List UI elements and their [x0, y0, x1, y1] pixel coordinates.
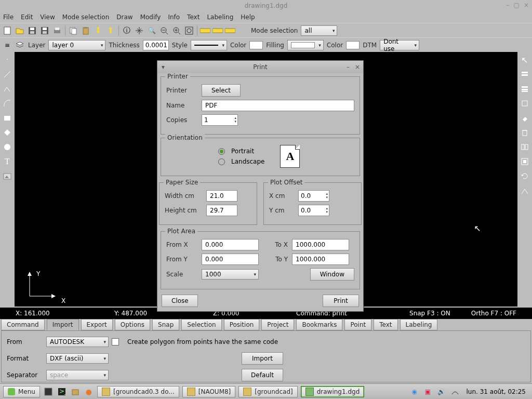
menu-draw[interactable]: Draw [116, 14, 132, 21]
save-icon[interactable] [27, 25, 37, 36]
layer-combo[interactable]: layer 0 [48, 40, 105, 50]
arc-tool-icon[interactable] [2, 98, 13, 109]
fromy-input[interactable]: 0.000 [202, 254, 259, 265]
tab-bookmarks[interactable]: Bookmarks [296, 319, 342, 330]
width-input[interactable]: 21.0 [206, 190, 237, 202]
tab-snap[interactable]: Snap [152, 319, 179, 330]
print-button[interactable]: Print [323, 295, 359, 307]
zoom-extents-icon[interactable] [184, 25, 194, 36]
text-tool-icon[interactable]: T [2, 156, 13, 167]
print-icon[interactable] [52, 25, 62, 36]
polygon-tool-icon[interactable] [2, 127, 13, 138]
tab-point[interactable]: Point [344, 319, 371, 330]
rotate-tool-icon[interactable] [519, 98, 530, 109]
close-button[interactable]: Close [162, 295, 198, 307]
copies-spinner[interactable]: 1 [202, 114, 238, 126]
dtm-combo[interactable]: Dont use [380, 40, 419, 50]
menu-help[interactable]: Help [241, 14, 255, 21]
thickness-input[interactable]: 0.0001 [143, 40, 169, 50]
select-printer-button[interactable]: Select [202, 84, 241, 97]
tab-options[interactable]: Options [115, 319, 150, 330]
pan-icon[interactable] [134, 25, 144, 36]
dialog-minimize-icon[interactable]: – [347, 63, 350, 71]
dialog-titlebar[interactable]: ▾ Print – × [157, 61, 363, 73]
mode-selection-combo[interactable]: all [301, 25, 337, 36]
window-close-icon[interactable]: × [524, 2, 529, 9]
menu-file[interactable]: File [3, 14, 14, 21]
style-combo[interactable] [191, 40, 227, 50]
paste-icon[interactable] [81, 25, 91, 36]
list-icon[interactable]: ≡ [2, 40, 12, 50]
zoom-out-icon[interactable] [159, 25, 169, 36]
new-file-icon[interactable] [2, 25, 12, 36]
tab-labeling[interactable]: Labeling [400, 319, 438, 330]
menu-view[interactable]: View [40, 14, 55, 21]
toy-input[interactable]: 1000.000 [292, 254, 349, 265]
ruler3-icon[interactable] [225, 25, 235, 36]
rectangle-tool-icon[interactable] [2, 112, 13, 124]
dialog-close-icon[interactable]: × [355, 63, 360, 71]
open-icon[interactable] [15, 25, 25, 36]
mirror-tool-icon[interactable] [519, 141, 530, 153]
files-icon[interactable] [70, 387, 81, 397]
start-menu-button[interactable]: Menu [3, 386, 40, 397]
break-tool-icon[interactable] [519, 185, 530, 196]
height-input[interactable]: 29.7 [206, 205, 237, 216]
color-swatch[interactable] [249, 41, 263, 49]
landscape-radio[interactable] [218, 158, 225, 165]
zoom-icon[interactable]: 🔍 [147, 25, 157, 36]
taskbar-item-0[interactable]: [groundcad0.3 do... [97, 386, 179, 397]
tab-selection[interactable]: Selection [181, 319, 221, 330]
point-tool-icon[interactable]: · [2, 54, 13, 65]
image-tool-icon[interactable] [2, 170, 13, 182]
refresh-icon[interactable] [519, 170, 530, 182]
scale-tool-icon[interactable] [519, 156, 530, 167]
select-tool-icon[interactable]: ↖ [519, 54, 530, 65]
menu-info[interactable]: Info [168, 14, 180, 21]
zoom-in-icon[interactable] [171, 25, 182, 36]
menu-mode-selection[interactable]: Mode selection [62, 14, 109, 21]
create-polygon-checkbox[interactable] [112, 338, 119, 345]
tab-export[interactable]: Export [81, 319, 113, 330]
tox-input[interactable]: 1000.000 [292, 239, 349, 250]
menu-modify[interactable]: Modify [140, 14, 161, 21]
ruler2-icon[interactable] [212, 25, 223, 36]
menu-text[interactable]: Text [187, 14, 200, 21]
separator-combo[interactable]: space [46, 370, 109, 380]
menu-labeling[interactable]: Labeling [207, 14, 233, 21]
window-maximize-icon[interactable]: ▢ [514, 2, 520, 9]
line-tool-icon[interactable] [2, 69, 13, 80]
move-tool-icon[interactable] [519, 69, 530, 80]
tray-update-icon[interactable]: ◉ [409, 387, 420, 397]
window-minimize-icon[interactable]: – [507, 2, 510, 9]
tab-project[interactable]: Project [261, 319, 294, 330]
portrait-radio[interactable] [218, 148, 225, 155]
menu-edit[interactable]: Edit [21, 14, 33, 21]
save-as-icon[interactable] [39, 25, 50, 36]
printer-name-input[interactable]: PDF [202, 100, 354, 111]
scale-combo[interactable]: 1000 [202, 269, 259, 280]
tab-command[interactable]: Command [1, 319, 45, 330]
taskbar-clock[interactable]: lun. 31 août, 02:25 [463, 388, 529, 395]
format-combo[interactable]: DXF (ascii) [46, 353, 109, 364]
yoff-spinner[interactable]: 0.0 [298, 205, 329, 216]
ruler1-icon[interactable] [200, 25, 210, 36]
default-button[interactable]: Default [242, 369, 283, 381]
layer-icon[interactable] [15, 40, 25, 50]
undo-icon[interactable]: ⬇ [93, 25, 103, 36]
copy-tool-icon[interactable] [519, 83, 530, 95]
show-desktop-icon[interactable] [43, 387, 54, 397]
info-icon[interactable]: ⓘ [122, 25, 132, 36]
from-combo[interactable]: AUTODESK [46, 337, 109, 347]
trash-icon[interactable] [519, 127, 530, 138]
tab-import[interactable]: Import [47, 319, 79, 330]
xoff-spinner[interactable]: 0.0 [298, 190, 329, 202]
dialog-menu-icon[interactable]: ▾ [162, 63, 165, 71]
taskbar-item-3[interactable]: drawing1.dgd [301, 386, 365, 397]
filling-combo[interactable] [287, 40, 324, 50]
terminal-icon[interactable]: >_ [57, 387, 67, 397]
erase-tool-icon[interactable] [519, 112, 530, 124]
copy-icon[interactable] [68, 25, 78, 36]
window-button[interactable]: Window [310, 268, 354, 281]
tray-network-icon[interactable] [450, 387, 460, 397]
